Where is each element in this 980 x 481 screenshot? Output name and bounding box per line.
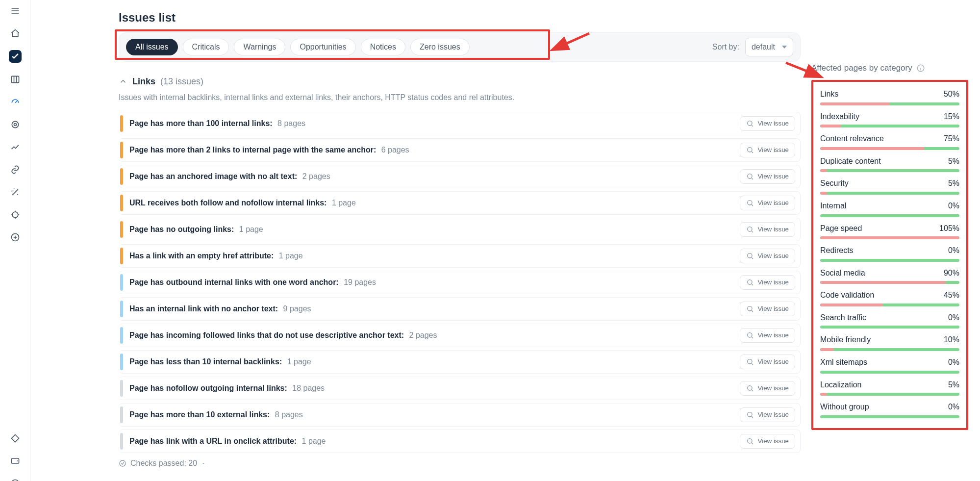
- category-bar: [820, 348, 959, 351]
- category-row[interactable]: Search traffic0%: [820, 312, 959, 329]
- category-name: Content relevance: [820, 133, 884, 144]
- category-bar: [820, 304, 959, 306]
- sort-select[interactable]: default: [745, 38, 793, 56]
- page-title: Issues list: [119, 10, 801, 25]
- category-bar: [820, 393, 959, 396]
- section-links-description: Issues with internal backlinks, internal…: [119, 92, 801, 103]
- category-name: Indexability: [820, 111, 859, 122]
- diamond-icon[interactable]: [9, 432, 21, 444]
- view-issue-button[interactable]: View issue: [740, 275, 795, 290]
- view-issue-button[interactable]: View issue: [740, 302, 795, 316]
- category-row[interactable]: Content relevance75%: [820, 133, 959, 150]
- category-row[interactable]: Internal0%: [820, 201, 959, 217]
- filter-pill-warnings[interactable]: Warnings: [234, 39, 285, 55]
- sort-label: Sort by:: [712, 42, 739, 52]
- category-row[interactable]: Code validation45%: [820, 290, 959, 306]
- svg-point-18: [747, 359, 752, 364]
- issue-pages: 2 pages: [300, 172, 330, 180]
- menu-icon[interactable]: [9, 5, 21, 17]
- issue-label: Page has less than 10 internal backlinks…: [119, 356, 311, 367]
- issue-row: Page has more than 10 external links: 8 …: [119, 403, 801, 427]
- home-icon[interactable]: [9, 27, 21, 39]
- wallet-icon[interactable]: [9, 455, 21, 467]
- filter-pill-opportunities[interactable]: Opportunities: [290, 39, 355, 55]
- view-issue-button[interactable]: View issue: [740, 116, 795, 131]
- issue-label: Page has an anchored image with no alt t…: [119, 171, 330, 182]
- target-icon[interactable]: [9, 119, 21, 130]
- filter-pill-criticals[interactable]: Criticals: [183, 39, 229, 55]
- category-percent: 50%: [944, 89, 959, 100]
- svg-point-22: [120, 460, 126, 466]
- category-row[interactable]: Security5%: [820, 178, 959, 195]
- filter-pill-notices[interactable]: Notices: [361, 39, 405, 55]
- category-percent: 10%: [944, 334, 959, 345]
- category-percent: 105%: [939, 223, 959, 234]
- view-issue-button[interactable]: View issue: [740, 196, 795, 210]
- view-issue-button[interactable]: View issue: [740, 222, 795, 237]
- gauge-icon[interactable]: [9, 96, 21, 108]
- issue-row: Page has link with a URL in onclick attr…: [119, 430, 801, 453]
- category-row[interactable]: Page speed105%: [820, 223, 959, 240]
- columns-icon[interactable]: [9, 74, 21, 85]
- issue-row: Has an internal link with no anchor text…: [119, 297, 801, 321]
- category-bar: [820, 147, 959, 150]
- svg-rect-0: [11, 76, 19, 82]
- issue-label: Page has no outgoing links: 1 page: [119, 224, 263, 235]
- view-issue-button[interactable]: View issue: [740, 328, 795, 343]
- category-name: Social media: [820, 268, 865, 278]
- view-issue-button[interactable]: View issue: [740, 143, 795, 157]
- view-issue-button[interactable]: View issue: [740, 407, 795, 422]
- category-percent: 15%: [944, 111, 959, 122]
- categories-panel: Links50%Indexability15%Content relevance…: [811, 80, 968, 430]
- crosshair-icon[interactable]: [9, 209, 21, 221]
- view-issue-button[interactable]: View issue: [740, 434, 795, 449]
- check-app-icon[interactable]: [9, 50, 22, 63]
- link-icon[interactable]: [9, 164, 21, 176]
- issue-row: Page has more than 2 links to internal p…: [119, 138, 801, 162]
- sort-select-value: default: [752, 43, 775, 51]
- category-name: Code validation: [820, 290, 874, 301]
- section-links-title: Links: [132, 76, 155, 87]
- category-row[interactable]: Social media90%: [820, 268, 959, 284]
- section-links-header[interactable]: Links (13 issues): [119, 76, 801, 87]
- category-name: Links: [820, 89, 838, 100]
- issue-row: Page has less than 10 internal backlinks…: [119, 350, 801, 374]
- issue-label: Page has outbound internal links with on…: [119, 277, 376, 288]
- help-icon[interactable]: [9, 478, 21, 481]
- sidebar-right: Affected pages by category Links50%Index…: [811, 8, 968, 481]
- categories-title: Affected pages by category: [811, 63, 912, 74]
- category-row[interactable]: Duplicate content5%: [820, 156, 959, 173]
- svg-point-9: [747, 121, 752, 126]
- category-name: Redirects: [820, 245, 854, 256]
- category-row[interactable]: Links50%: [820, 89, 959, 105]
- view-issue-button[interactable]: View issue: [740, 354, 795, 369]
- info-icon[interactable]: [916, 64, 925, 73]
- issue-label: Has an internal link with no anchor text…: [119, 304, 311, 314]
- category-percent: 5%: [948, 380, 959, 390]
- category-name: Localization: [820, 380, 862, 390]
- add-icon[interactable]: [9, 231, 21, 243]
- view-issue-button[interactable]: View issue: [740, 249, 795, 263]
- trend-icon[interactable]: [9, 141, 21, 153]
- issue-pages: 1 page: [276, 252, 302, 260]
- svg-point-13: [747, 227, 752, 231]
- wand-icon[interactable]: [9, 186, 21, 198]
- category-row[interactable]: Indexability15%: [820, 111, 959, 128]
- section-links: Links (13 issues) Issues with internal b…: [119, 76, 801, 468]
- category-row[interactable]: Localization5%: [820, 380, 959, 396]
- category-row[interactable]: Xml sitemaps0%: [820, 357, 959, 374]
- category-bar: [820, 281, 959, 284]
- filter-pill-all-issues[interactable]: All issues: [126, 39, 178, 55]
- category-row[interactable]: Mobile friendly10%: [820, 334, 959, 351]
- checks-passed[interactable]: Checks passed: 20: [119, 458, 801, 469]
- issue-pages: 1 page: [285, 357, 311, 366]
- category-bar: [820, 236, 959, 239]
- category-percent: 90%: [944, 268, 959, 278]
- issue-label: Page has more than 10 external links: 8 …: [119, 409, 303, 420]
- filter-pill-zero-issues[interactable]: Zero issues: [410, 39, 470, 55]
- view-issue-button[interactable]: View issue: [740, 169, 795, 184]
- category-bar: [820, 102, 959, 105]
- view-issue-button[interactable]: View issue: [740, 381, 795, 396]
- category-row[interactable]: Redirects0%: [820, 245, 959, 262]
- category-row[interactable]: Without group0%: [820, 402, 959, 418]
